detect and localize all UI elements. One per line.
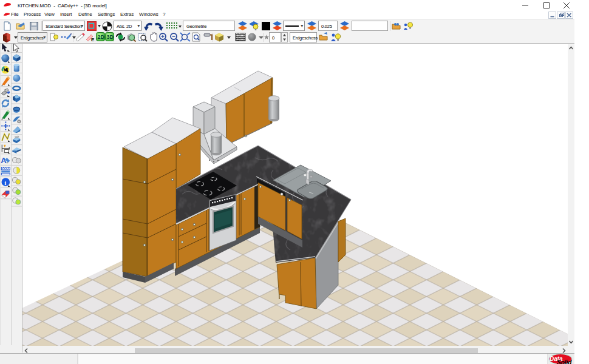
svg-text:i: i [4,179,6,186]
svg-text:2D: 2D [98,34,105,40]
svg-text:E: E [91,37,95,42]
svg-text:3D: 3D [107,34,114,40]
svg-text:Solid: Solid [557,359,572,364]
